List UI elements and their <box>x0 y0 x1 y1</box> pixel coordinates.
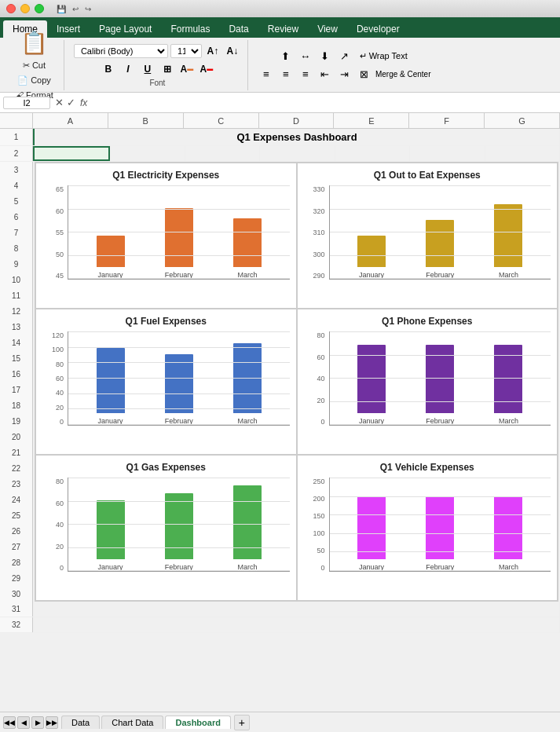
wrap-text-icon: ↵ <box>360 51 367 61</box>
row-num-2: 2 <box>0 146 33 161</box>
align-left-button[interactable]: ≡ <box>258 66 275 82</box>
chart-vehicle-area: 250 200 150 100 50 0 <box>304 478 551 587</box>
col-header-g[interactable]: G <box>485 113 560 128</box>
cell-g2[interactable] <box>485 146 560 161</box>
bar-phone-mar: March <box>494 345 522 425</box>
italic-button[interactable]: I <box>119 61 137 77</box>
bar-fuel-mar: March <box>233 343 262 425</box>
bar-out-mar: March <box>494 204 522 279</box>
increase-font-button[interactable]: A↑ <box>204 43 221 59</box>
cell-d2[interactable] <box>260 146 335 161</box>
bold-button[interactable]: B <box>100 61 117 77</box>
charts-grid: Q1 Electricity Expenses 65 60 55 50 45 <box>35 162 558 602</box>
col-header-f[interactable]: F <box>409 113 485 128</box>
formula-bar: ✕ ✓ fx <box>0 93 560 113</box>
tab-developer[interactable]: Developer <box>347 20 409 38</box>
chart-phone-area: 80 60 40 20 0 <box>304 331 551 441</box>
tab-formulas[interactable]: Formulas <box>161 20 219 38</box>
cell-c2[interactable] <box>185 146 260 161</box>
save-icon[interactable]: 💾 <box>57 5 66 13</box>
maximize-button[interactable] <box>35 4 44 13</box>
title-cell[interactable]: Q1 Expenses Dashboard <box>33 129 560 145</box>
bar-electricity-feb: February <box>165 208 193 279</box>
chart-fuel: Q1 Fuel Expenses 120 100 80 60 40 20 0 <box>35 309 297 455</box>
chart-phone-y-axis: 80 60 40 20 0 <box>304 331 328 426</box>
merge-center-button[interactable]: ⊠ <box>356 66 373 82</box>
column-headers: A B C D E F G <box>0 113 560 129</box>
chart-out-to-eat-area: 330 320 310 300 290 <box>304 185 551 295</box>
chart-electricity-area: 65 60 55 50 45 <box>42 185 290 295</box>
text-angle-button[interactable]: ↗ <box>336 48 353 64</box>
chart-fuel-bars: January February March <box>68 331 290 426</box>
copy-button[interactable]: 📄 Copy <box>13 73 55 88</box>
decrease-font-button[interactable]: A↓ <box>224 43 241 59</box>
font-color-button[interactable]: A▬ <box>198 61 215 77</box>
align-right-button[interactable]: ≡ <box>297 66 314 82</box>
underline-button[interactable]: U <box>139 61 156 77</box>
fill-color-button[interactable]: A▬ <box>178 61 196 77</box>
chart-vehicle: Q1 Vehicle Expenses 250 200 150 100 50 0 <box>297 455 558 601</box>
fx-label: fx <box>80 97 87 108</box>
cut-button[interactable]: ✂ Cut <box>19 58 49 73</box>
chart-vehicle-title: Q1 Vehicle Expenses <box>304 462 551 473</box>
tab-page-layout[interactable]: Page Layout <box>90 20 161 38</box>
font-group: Calibri (Body) 11 A↑ A↓ B I U ⊞ A▬ A▬ Fo <box>68 40 248 90</box>
paste-button[interactable]: 📋 <box>15 27 53 58</box>
cell-b2[interactable] <box>110 146 185 161</box>
chart-vehicle-y-axis: 250 200 150 100 50 0 <box>304 478 328 572</box>
tab-review[interactable]: Review <box>258 20 308 38</box>
cell-reference[interactable] <box>3 97 50 109</box>
spreadsheet-rows: 1 Q1 Expenses Dashboard 2 3 4 5 6 7 <box>0 129 560 633</box>
selected-cell[interactable] <box>33 146 110 161</box>
header-spacer <box>0 113 33 128</box>
indent-increase-button[interactable]: ⇥ <box>336 66 353 82</box>
table-row: 32 <box>0 617 560 633</box>
wrap-text-label: Wrap Text <box>369 51 408 60</box>
chart-gas-bars: January February March <box>68 478 290 572</box>
chart-out-to-eat-bars: January February March <box>329 185 551 280</box>
chart-fuel-area: 120 100 80 60 40 20 0 <box>42 331 290 441</box>
col-header-d[interactable]: D <box>259 113 335 128</box>
bar-electricity-jan: January <box>97 236 125 279</box>
chart-vehicle-bars: January February March <box>329 478 551 572</box>
align-middle-button[interactable]: ↔ <box>297 48 314 64</box>
redo-icon[interactable]: ↪ <box>85 5 91 13</box>
title-bar: 💾 ↩ ↪ <box>0 0 560 17</box>
align-top-button[interactable]: ⬆ <box>277 48 295 64</box>
tab-view[interactable]: View <box>308 20 347 38</box>
formula-icons: ✕ ✓ <box>55 97 75 108</box>
col-header-c[interactable]: C <box>184 113 259 128</box>
minimize-button[interactable] <box>20 4 30 13</box>
clipboard-group: 📋 ✂ Cut 📄 Copy 🖌 Format <box>5 40 64 90</box>
font-size-selector[interactable]: 11 <box>170 44 202 58</box>
indent-decrease-button[interactable]: ⇤ <box>317 66 334 82</box>
chart-gas-y-axis: 80 60 40 20 0 <box>42 478 66 572</box>
formula-input[interactable] <box>90 97 557 108</box>
border-button[interactable]: ⊞ <box>159 61 176 77</box>
col-header-b[interactable]: B <box>108 113 184 128</box>
tab-data[interactable]: Data <box>219 20 258 38</box>
close-button[interactable] <box>6 4 16 13</box>
chart-electricity: Q1 Electricity Expenses 65 60 55 50 45 <box>35 163 297 309</box>
font-selector[interactable]: Calibri (Body) <box>74 44 168 58</box>
align-center-button[interactable]: ≡ <box>277 66 295 82</box>
col-header-a[interactable]: A <box>33 113 108 128</box>
align-bottom-button[interactable]: ⬇ <box>317 48 334 64</box>
ribbon-content: 📋 ✂ Cut 📄 Copy 🖌 Format Calibri (Body) <box>0 38 560 93</box>
bar-gas-mar: March <box>233 485 262 571</box>
tab-insert[interactable]: Insert <box>47 20 90 38</box>
chart-out-to-eat-title: Q1 Out to Eat Expenses <box>304 170 551 181</box>
undo-icon[interactable]: ↩ <box>72 5 79 13</box>
cell-f2[interactable] <box>410 146 485 161</box>
confirm-formula-icon[interactable]: ✓ <box>67 97 75 108</box>
chart-out-to-eat: Q1 Out to Eat Expenses 330 320 310 300 2… <box>297 163 558 309</box>
col-header-e[interactable]: E <box>334 113 409 128</box>
bar-out-jan: January <box>357 236 386 279</box>
cancel-formula-icon[interactable]: ✕ <box>55 97 64 108</box>
bar-phone-jan: January <box>357 345 386 425</box>
chart-gas-title: Q1 Gas Expenses <box>42 462 290 473</box>
wrap-text-button[interactable]: ↵ Wrap Text <box>356 49 412 64</box>
cell-e2[interactable] <box>335 146 410 161</box>
merge-center-label: Merge & Center <box>375 70 431 79</box>
bar-vehicle-jan: January <box>357 496 386 571</box>
